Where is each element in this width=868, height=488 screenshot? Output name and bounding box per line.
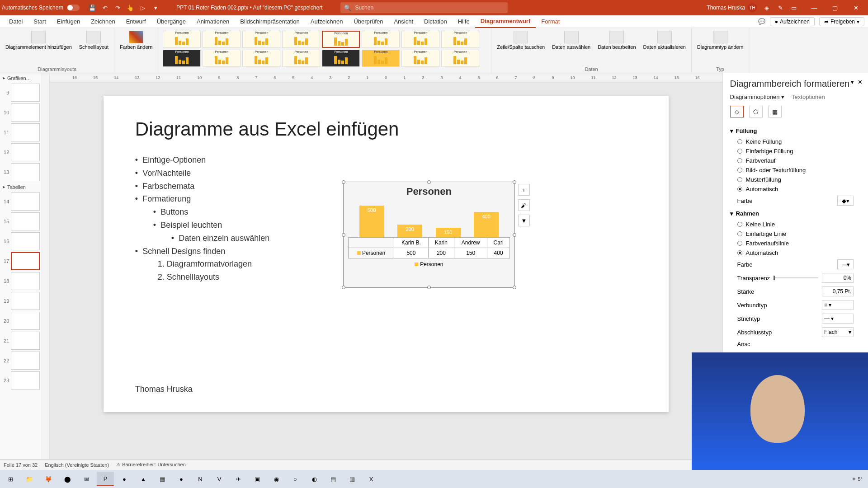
thumb-15[interactable]: 15 — [0, 211, 42, 231]
thumb-10[interactable]: 10 — [0, 103, 42, 122]
onenote-icon[interactable]: N — [192, 472, 209, 486]
chrome-icon[interactable]: ⬤ — [59, 472, 76, 486]
app-icon-1[interactable]: ● — [116, 472, 133, 486]
tab-uebergaenge[interactable]: Übergänge — [151, 15, 191, 28]
change-colors-button[interactable]: Farben ändern — [118, 30, 154, 51]
chart-style-11[interactable]: Personen — [242, 50, 280, 67]
thumb-11[interactable]: 11 — [0, 122, 42, 142]
radio-option[interactable]: Bild- oder Texturfüllung — [730, 165, 861, 175]
radio-option[interactable]: Automatisch — [730, 248, 861, 258]
chart-object[interactable]: Personen 500200150400 Karin B.KarinAndre… — [343, 182, 515, 288]
switch-row-col-button[interactable]: Zeile/Spalte tauschen — [495, 30, 547, 51]
tab-datei[interactable]: Datei — [4, 15, 28, 28]
size-props-icon[interactable]: ▦ — [768, 106, 782, 117]
add-chart-element-button[interactable]: Diagrammelement hinzufügen — [4, 30, 74, 51]
radio-option[interactable]: Farbverlaufslinie — [730, 239, 861, 248]
radio-option[interactable]: Einfarbige Füllung — [730, 146, 861, 156]
pane-options-icon[interactable]: ▾ — [851, 79, 854, 85]
app-icon-6[interactable]: ○ — [287, 472, 304, 486]
save-icon[interactable]: 💾 — [89, 4, 96, 11]
undo-icon[interactable]: ↶ — [101, 4, 108, 11]
language-status[interactable]: Englisch (Vereinigte Staaten) — [45, 462, 109, 468]
thumb-12[interactable]: 12 — [0, 142, 42, 162]
chart-elements-button[interactable]: + — [518, 184, 530, 196]
chart-bar[interactable]: 200 — [397, 225, 422, 237]
app-icon-8[interactable]: ▤ — [325, 472, 342, 486]
chart-style-5[interactable]: Personen — [322, 31, 360, 48]
chart-title[interactable]: Personen — [344, 182, 514, 201]
start-icon[interactable]: ▷ — [139, 4, 146, 11]
window-icon[interactable]: ▭ — [790, 4, 797, 11]
thumb-16[interactable]: 16 — [0, 231, 42, 251]
file-name[interactable]: PPT 01 Roter Faden 002.pptx • Auf "diese… — [176, 5, 322, 11]
thumb-18[interactable]: 18 — [0, 271, 42, 291]
section-grafiken[interactable]: ▸ Grafiken… — [0, 73, 42, 83]
chart-style-3[interactable]: Personen — [242, 31, 280, 48]
thumb-9[interactable]: 9 — [0, 83, 42, 103]
draw-icon[interactable]: ✎ — [777, 4, 784, 11]
visio-icon[interactable]: V — [211, 472, 228, 486]
dash-dropdown[interactable]: — ▾ — [822, 314, 854, 324]
slide[interactable]: Diagramme aus Excel einfügen Einfüge-Opt… — [104, 96, 669, 412]
radio-option[interactable]: Musterfüllung — [730, 175, 861, 184]
thumb-13[interactable]: 13 — [0, 162, 42, 182]
border-color-button[interactable]: ▭▾ — [837, 259, 854, 269]
app-icon-7[interactable]: ◐ — [306, 472, 323, 486]
chart-styles-button[interactable]: 🖌 — [518, 199, 530, 211]
chart-style-2[interactable]: Personen — [203, 31, 241, 48]
quick-layout-button[interactable]: Schnelllayout — [77, 30, 110, 51]
app-icon-5[interactable]: ◉ — [268, 472, 285, 486]
width-input[interactable] — [822, 286, 854, 296]
chart-style-16[interactable]: Personen — [441, 50, 479, 67]
firefox-icon[interactable]: 🦊 — [40, 472, 57, 486]
border-section-header[interactable]: ▾ Rahmen — [730, 207, 861, 220]
radio-option[interactable]: Keine Linie — [730, 220, 861, 229]
chart-options-tab[interactable]: Diagrammoptionen ▾ — [730, 94, 784, 100]
chart-style-6[interactable]: Personen — [362, 31, 400, 48]
chart-style-7[interactable]: Personen — [401, 31, 439, 48]
explorer-icon[interactable]: 📁 — [21, 472, 38, 486]
chart-style-15[interactable]: Personen — [401, 50, 439, 67]
chart-data-table[interactable]: Karin B.KarinAndrewCarl Personen50020015… — [348, 237, 510, 258]
thumb-14[interactable]: 14 — [0, 192, 42, 211]
maximize-button[interactable]: ▢ — [825, 0, 845, 15]
tab-hilfe[interactable]: Hilfe — [453, 15, 475, 28]
outlook-icon[interactable]: ✉ — [78, 472, 95, 486]
slide-counter[interactable]: Folie 17 von 32 — [4, 462, 38, 468]
cap-dropdown[interactable]: Flach ▾ — [822, 327, 854, 337]
tab-format[interactable]: Format — [536, 15, 565, 28]
transparency-input[interactable] — [822, 273, 854, 283]
share-button[interactable]: ➦ Freigeben ▾ — [819, 17, 864, 26]
tab-diagrammentwurf[interactable]: Diagrammentwurf — [475, 15, 536, 28]
section-tabellen[interactable]: ▸ Tabellen — [0, 182, 42, 192]
chart-style-1[interactable]: Personen — [163, 31, 201, 48]
pane-close-icon[interactable]: ✕ — [858, 79, 863, 85]
chart-style-4[interactable]: Personen — [282, 31, 320, 48]
edit-data-button[interactable]: Daten bearbeiten — [596, 30, 637, 51]
tab-dictation[interactable]: Dictation — [419, 15, 453, 28]
tab-einfuegen[interactable]: Einfügen — [52, 15, 85, 28]
record-button[interactable]: ● Aufzeichnen — [770, 17, 815, 26]
user-account[interactable]: Thomas Hruska TH — [707, 3, 757, 12]
tab-entwurf[interactable]: Entwurf — [121, 15, 151, 28]
chart-bar[interactable]: 150 — [436, 228, 461, 237]
chart-style-12[interactable]: Personen — [282, 50, 320, 67]
tab-animationen[interactable]: Animationen — [191, 15, 235, 28]
chart-style-9[interactable]: Personen — [163, 50, 201, 67]
refresh-data-button[interactable]: Daten aktualisieren — [642, 30, 688, 51]
radio-option[interactable]: Automatisch — [730, 184, 861, 194]
select-data-button[interactable]: Daten auswählen — [550, 30, 592, 51]
chart-filter-button[interactable]: ▼ — [518, 215, 530, 226]
chart-bar[interactable]: 500 — [359, 206, 384, 237]
transparency-slider[interactable] — [774, 277, 818, 278]
excel-icon[interactable]: X — [363, 472, 380, 486]
app-icon-9[interactable]: ▥ — [344, 472, 361, 486]
text-options-tab[interactable]: Textoptionen — [792, 94, 825, 100]
tab-aufzeichnen[interactable]: Aufzeichnen — [305, 15, 349, 28]
chart-style-14[interactable]: Personen — [362, 50, 400, 67]
tab-ansicht[interactable]: Ansicht — [388, 15, 419, 28]
weather-tray[interactable]: ☀ 5° — [852, 476, 863, 482]
thumb-23[interactable]: 23 — [0, 371, 42, 390]
chart-legend[interactable]: Personen — [344, 258, 514, 270]
radio-option[interactable]: Keine Füllung — [730, 137, 861, 146]
